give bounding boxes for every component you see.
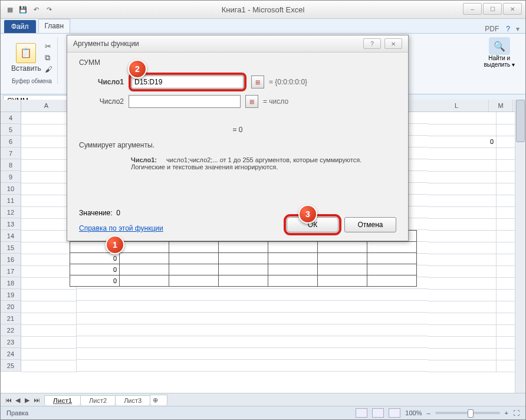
status-mode: Правка — [6, 409, 28, 416]
row-header[interactable]: 5 — [1, 124, 21, 136]
sheet-tab-2[interactable]: Лист2 — [80, 395, 116, 405]
sheet-tab-bar: ⏮ ◀ ▶ ⏭ Лист1 Лист2 Лист3 ⊕ — [1, 393, 525, 406]
dialog-help-button[interactable]: ? — [363, 38, 381, 49]
format-painter-icon[interactable]: 🖌 — [45, 65, 52, 74]
row-header[interactable]: 8 — [1, 159, 21, 171]
dialog-close-button[interactable]: ✕ — [384, 38, 402, 49]
row-header[interactable]: 13 — [1, 218, 21, 230]
scroll-thumb[interactable] — [516, 100, 525, 142]
row-header[interactable]: 20 — [1, 301, 21, 313]
arg1-input-highlight — [129, 73, 246, 91]
view-normal-button[interactable] — [356, 408, 367, 418]
sheet-tab-3[interactable]: Лист3 — [115, 395, 150, 405]
col-header-a[interactable]: A — [21, 100, 72, 111]
arg-help-text: Число1:число1;число2;... от 1 до 255 арг… — [79, 156, 396, 170]
fullscreen-icon[interactable]: ⛶ — [513, 409, 520, 416]
cell-d18[interactable]: 0 — [70, 264, 120, 275]
row-24: 24 — [1, 348, 525, 360]
col-header-l[interactable]: L — [425, 100, 489, 111]
row-header[interactable]: 19 — [1, 289, 21, 301]
group-label-clipboard: Буфер обмена — [12, 78, 52, 84]
row-header[interactable]: 10 — [1, 183, 21, 195]
tab-home[interactable]: Главн — [38, 19, 71, 33]
result-value-row: Значение: 0 — [79, 209, 120, 217]
find-label1: Найти и — [488, 55, 510, 61]
cut-icon[interactable]: ✂ — [45, 42, 52, 51]
arg1-range-button[interactable]: ⊞ — [251, 76, 264, 88]
pdf-label: PDF — [485, 25, 506, 33]
cell-d19[interactable]: 0 — [70, 275, 120, 287]
row-header[interactable]: 17 — [1, 265, 21, 277]
minimize-button[interactable]: – — [463, 3, 482, 15]
view-layout-button[interactable] — [372, 408, 384, 418]
cell-l6[interactable]: 0 — [428, 136, 497, 148]
col-header-m[interactable]: M — [489, 100, 513, 111]
callout-badge-2: 2 — [128, 60, 147, 78]
row-header[interactable]: 23 — [1, 336, 21, 348]
find-label2: выделить ▾ — [484, 61, 515, 68]
function-description: Суммирует аргументы. — [79, 141, 396, 149]
zoom-out-button[interactable]: – — [426, 409, 430, 416]
sheet-tab-1[interactable]: Лист1 — [44, 395, 81, 405]
tab-file[interactable]: Файл — [4, 20, 36, 33]
copy-icon[interactable]: ⧉ — [45, 53, 52, 63]
arg1-input[interactable] — [132, 76, 244, 88]
row-21: 21 — [1, 313, 525, 324]
maximize-button[interactable]: ☐ — [483, 3, 502, 15]
ribbon-tabs: Файл Главн PDF ? ▾ — [1, 19, 525, 34]
vertical-scrollbar[interactable] — [515, 100, 525, 393]
find-icon[interactable]: 🔍 — [489, 37, 510, 55]
row-header[interactable]: 7 — [1, 147, 21, 159]
arg2-input[interactable] — [129, 95, 241, 108]
excel-icon: ▦ — [5, 5, 15, 14]
sheet-nav-first[interactable]: ⏮ — [4, 396, 12, 404]
row-20: 20 — [1, 301, 525, 313]
function-name: СУММ — [79, 58, 396, 67]
dialog-titlebar[interactable]: Аргументы функции ? ✕ — [67, 35, 408, 52]
zoom-slider[interactable] — [435, 412, 500, 414]
sheet-nav-prev[interactable]: ◀ — [14, 396, 22, 404]
help-icon[interactable]: ? — [506, 25, 510, 33]
row-header[interactable]: 4 — [1, 112, 21, 124]
dialog-title: Аргументы функции — [73, 40, 139, 48]
sheet-nav-next[interactable]: ▶ — [23, 396, 31, 404]
row-25: 25 — [1, 360, 525, 372]
row-header[interactable]: 22 — [1, 324, 21, 336]
help-icons: ? ▾ — [506, 25, 525, 33]
zoom-value: 100% — [405, 409, 422, 416]
sheet-nav-last[interactable]: ⏭ — [32, 396, 41, 404]
paste-button[interactable]: 📋 Вставить — [11, 43, 41, 73]
clipboard-icon: 📋 — [16, 43, 36, 63]
save-icon[interactable]: 💾 — [18, 5, 28, 14]
select-all[interactable] — [1, 100, 21, 111]
cancel-button[interactable]: Отмена — [344, 217, 396, 232]
chevron-down-icon[interactable]: ▾ — [516, 25, 520, 33]
ribbon-group-find: 🔍 Найти и выделить ▾ — [479, 37, 520, 84]
titlebar: ▦ 💾 ↶ ↷ Книга1 - Microsoft Excel – ☐ ✕ — [1, 1, 525, 19]
row-header[interactable]: 15 — [1, 242, 21, 254]
arg1-label: Число1 — [79, 78, 124, 86]
row-header[interactable]: 25 — [1, 360, 21, 372]
row-header[interactable]: 21 — [1, 313, 21, 324]
row-23: 23 — [1, 336, 525, 348]
close-button[interactable]: ✕ — [503, 3, 522, 15]
row-header[interactable]: 14 — [1, 230, 21, 242]
row-header[interactable]: 18 — [1, 277, 21, 289]
arg2-range-button[interactable]: ⊞ — [245, 95, 258, 108]
cell-d17[interactable]: 0 — [70, 252, 120, 264]
zoom-thumb[interactable] — [468, 409, 474, 418]
redo-icon[interactable]: ↷ — [44, 5, 54, 14]
new-sheet-button[interactable]: ⊕ — [150, 395, 167, 405]
row-header[interactable]: 12 — [1, 206, 21, 218]
row-header[interactable]: 16 — [1, 254, 21, 265]
zoom-in-button[interactable]: + — [505, 409, 508, 416]
row-header[interactable]: 6 — [1, 136, 21, 147]
arg2-label: Число2 — [79, 97, 124, 106]
row-header[interactable]: 24 — [1, 348, 21, 360]
app-window: ▦ 💾 ↶ ↷ Книга1 - Microsoft Excel – ☐ ✕ Ф… — [0, 0, 526, 420]
ribbon-group-clipboard: 📋 Вставить ✂ ⧉ 🖌 Буфер обмена — [6, 37, 58, 84]
row-header[interactable]: 11 — [1, 195, 21, 206]
row-header[interactable]: 9 — [1, 171, 21, 183]
view-break-button[interactable] — [389, 408, 400, 418]
undo-icon[interactable]: ↶ — [31, 5, 41, 14]
